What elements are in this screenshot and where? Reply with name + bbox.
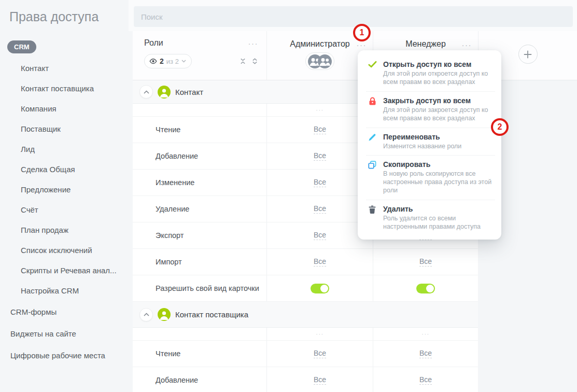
sidebar-item-contact[interactable]: Контакт [0, 58, 129, 78]
admin-permission-value[interactable]: Все [314, 231, 326, 240]
admin-permission-value[interactable]: Все [314, 151, 326, 161]
menu-separator [366, 91, 495, 92]
sidebar-item-deal[interactable]: Сделка Общая [0, 159, 129, 179]
chevron-down-icon [181, 60, 186, 63]
admin-role-menu-icon[interactable]: ··· [357, 41, 367, 49]
menu-separator [366, 200, 495, 200]
menu-item-description: Изменится название роли [383, 143, 461, 151]
sidebar: Права доступа CRM Контакт Контакт постав… [0, 0, 129, 392]
menu-item-open-access[interactable]: Открыть доступ ко всем Для этой роли отк… [358, 57, 501, 90]
empty-cell [133, 104, 266, 116]
check-icon [367, 60, 377, 87]
search-input[interactable] [134, 6, 573, 27]
sidebar-nav: Контакт Контакт поставщика Компания Пост… [0, 58, 129, 366]
manager-card-view-toggle[interactable] [416, 284, 435, 293]
roles-header-cell: Роли ··· 2 из 2 [133, 31, 266, 80]
admin-permission-value[interactable]: Все [314, 375, 326, 385]
trash-icon [367, 205, 377, 231]
admin-permission-value[interactable]: Все [314, 178, 326, 187]
add-role-button[interactable] [518, 45, 538, 64]
manager-section-menu-icon[interactable]: ··· [373, 328, 478, 340]
admin-section-menu-icon[interactable]: ··· [266, 104, 373, 116]
section-title: Контакт [175, 88, 203, 96]
menu-item-description: Роль удалится со всеми настроенными прав… [383, 215, 492, 231]
lock-icon [367, 96, 377, 123]
chevron-up-icon [144, 90, 149, 94]
sidebar-item-invoice[interactable]: Счёт [0, 200, 129, 220]
pencil-icon [367, 133, 377, 151]
menu-item-title: Открыть доступ ко всем [383, 60, 492, 68]
search-band [129, 0, 577, 31]
sidebar-item-exclusions[interactable]: Список исключений [0, 240, 129, 260]
sidebar-item-crm-forms[interactable]: CRM-формы [0, 301, 129, 323]
permission-label: Экспорт [133, 222, 266, 248]
sidebar-item-site-widgets[interactable]: Виджеты на сайте [0, 323, 129, 344]
permission-label: Чтение [133, 341, 266, 367]
menu-item-rename[interactable]: Переименовать Изменится название роли [358, 129, 501, 155]
sidebar-item-scripts[interactable]: Скрипты и Речевая анал... [0, 260, 129, 281]
menu-item-title: Скопировать [383, 160, 492, 169]
chevron-up-icon [144, 313, 149, 316]
permission-label: Добавление [133, 367, 266, 392]
role-context-menu: Открыть доступ ко всем Для этой роли отк… [358, 50, 501, 240]
empty-cell [133, 328, 266, 340]
menu-item-title: Закрыть доступ ко всем [383, 96, 492, 105]
roles-total-count: из 2 [166, 58, 179, 65]
sidebar-item-supplier-contact[interactable]: Контакт поставщика [0, 78, 129, 99]
manager-role-menu-icon[interactable]: ··· [462, 41, 472, 49]
menu-item-description: В новую роль скопируются все настроенные… [383, 170, 492, 195]
admin-members-avatars [305, 52, 334, 70]
contact-entity-icon [158, 86, 171, 99]
sidebar-item-sales-plan[interactable]: План продаж [0, 220, 129, 240]
menu-separator [366, 128, 495, 128]
expand-all-icon[interactable] [251, 58, 258, 65]
admin-permission-value[interactable]: Все [314, 349, 326, 358]
sidebar-item-company[interactable]: Компания [0, 99, 129, 119]
collapse-all-icon[interactable] [240, 58, 246, 65]
manager-permission-value[interactable]: Все [419, 257, 432, 267]
annotation-step-1: 1 [353, 24, 371, 41]
section-title: Контакт поставщика [175, 310, 248, 319]
admin-permission-value[interactable]: Все [314, 125, 326, 134]
menu-item-copy[interactable]: Скопировать В новую роль скопируются все… [358, 157, 501, 199]
annotation-step-2: 2 [491, 118, 509, 136]
section-tools-row: ··· ··· [133, 328, 478, 341]
admin-column-title: Администратор [290, 39, 349, 48]
manager-permission-value[interactable]: Все [419, 349, 432, 358]
table-row: Добавление Все Все [133, 367, 478, 392]
menu-item-close-access[interactable]: Закрыть доступ ко всем Для этой роли зак… [358, 93, 501, 127]
menu-separator [366, 155, 495, 156]
roles-filter-chip[interactable]: 2 из 2 [144, 54, 192, 68]
manager-permission-value[interactable]: Все [419, 375, 432, 385]
table-row: Разрешить свой вид карточки [133, 275, 478, 302]
admin-permission-value[interactable]: Все [314, 257, 326, 267]
menu-item-delete[interactable]: Удалить Роль удалится со всеми настроенн… [358, 201, 501, 235]
sidebar-item-quote[interactable]: Предложение [0, 179, 129, 200]
sidebar-item-supplier[interactable]: Поставщик [0, 119, 129, 139]
plus-icon [524, 50, 532, 59]
permission-label: Добавление [133, 143, 266, 169]
permission-label: Чтение [133, 117, 266, 143]
admin-section-menu-icon[interactable]: ··· [266, 328, 373, 340]
sidebar-item-crm-settings[interactable]: Настройка CRM [0, 281, 129, 301]
admin-card-view-toggle[interactable] [311, 284, 329, 293]
manager-column-title: Менеджер [405, 39, 446, 48]
group-avatar-icon [318, 54, 332, 68]
eye-icon [149, 58, 157, 64]
copy-icon [367, 160, 377, 195]
permission-label: Удаление [133, 196, 266, 222]
permission-label: Изменение [133, 170, 266, 195]
collapse-section-button[interactable] [139, 85, 153, 99]
permission-label: Импорт [133, 249, 266, 275]
sidebar-item-digital-workplaces[interactable]: Цифровые рабочие места [0, 344, 129, 366]
admin-permission-value[interactable]: Все [314, 204, 326, 214]
table-row: Импорт Все Все [133, 249, 478, 275]
permission-label: Разрешить свой вид карточки [133, 275, 266, 301]
collapse-section-button[interactable] [139, 308, 153, 321]
sidebar-item-lead[interactable]: Лид [0, 139, 129, 159]
menu-item-description: Для этой роли откроется доступ ко всем п… [383, 70, 492, 87]
supplier-contact-entity-icon [158, 308, 171, 321]
roles-menu-icon[interactable]: ··· [248, 39, 259, 47]
crm-section-badge: CRM [7, 40, 36, 53]
section-header-supplier-contact: Контакт поставщика [133, 302, 478, 328]
